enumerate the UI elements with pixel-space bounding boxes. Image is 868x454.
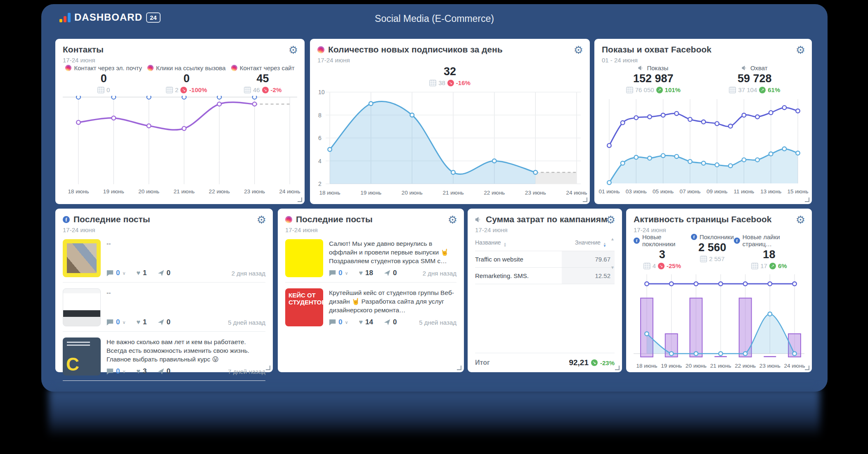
calendar-icon — [751, 263, 758, 269]
x-axis-tick: 15 июнь — [788, 188, 809, 195]
likes-stat: ♥1 — [137, 269, 147, 277]
widget-title: Активность страницы Facebook — [634, 214, 772, 224]
metric-email-contact: Контакт через эл. почту 0 0 — [65, 64, 142, 93]
metric-delta: -25% — [667, 262, 681, 269]
x-axis-tick: 19 июнь — [360, 190, 381, 196]
comments-stat[interactable]: 0∨ — [329, 269, 348, 277]
x-axis-labels: 01 июнь03 июнь05 июнь07 июнь09 июнь11 ию… — [602, 188, 804, 197]
x-axis-tick: 22 июнь — [209, 188, 230, 195]
x-axis-tick: 20 июнь — [402, 190, 423, 196]
gear-icon[interactable]: ⚙ — [796, 45, 805, 55]
gear-icon[interactable]: ⚙ — [257, 214, 266, 225]
comments-stat[interactable]: 0∨ — [106, 318, 126, 326]
gear-icon[interactable]: ⚙ — [606, 214, 615, 225]
column-header-name[interactable]: Название▲▼ — [475, 239, 506, 247]
column-header-value[interactable]: Значение▲▼ — [575, 239, 606, 247]
metric-value: 2 560 — [698, 241, 726, 254]
comment-icon — [106, 270, 114, 276]
post-thumbnail[interactable] — [63, 239, 101, 277]
resize-handle[interactable] — [805, 197, 809, 202]
resize-handle[interactable] — [583, 197, 587, 202]
resize-handle[interactable] — [615, 366, 620, 370]
metric-previous: 37 104 — [738, 86, 757, 93]
x-axis-tick: 18 июнь — [68, 188, 89, 195]
metrics-row: Контакт через эл. почту 0 0 Клики на ссы… — [63, 64, 297, 93]
post-item: Не важно сколько вам лет и кем вы работа… — [63, 332, 265, 381]
metric-label: Показы — [647, 64, 668, 71]
x-axis-tick: 23 июнь — [759, 363, 780, 369]
gear-icon[interactable]: ⚙ — [574, 45, 583, 55]
post-thumbnail[interactable] — [63, 288, 101, 326]
trend-down-badge: ↘ — [591, 359, 598, 366]
likes-count: 14 — [365, 318, 373, 326]
post-text: -- — [106, 288, 265, 297]
post-thumbnail[interactable] — [63, 338, 101, 376]
contacts-chart[interactable]: 18 июнь19 июнь20 июнь21 июнь22 июнь23 ию… — [63, 96, 297, 197]
shares-count: 0 — [167, 367, 170, 376]
gear-icon[interactable]: ⚙ — [289, 45, 298, 55]
gear-icon[interactable]: ⚙ — [796, 214, 805, 225]
likes-stat: ♥14 — [359, 318, 373, 326]
widget-title: Последние посты — [73, 214, 150, 224]
sort-icon[interactable]: ▲▼ — [603, 242, 606, 247]
comments-count: 0 — [338, 269, 342, 277]
gear-icon[interactable]: ⚙ — [448, 214, 457, 225]
x-axis-tick: 24 июнь — [279, 188, 300, 195]
post-thumbnail[interactable]: КЕЙС ОТ СТУДЕНТОВ — [285, 288, 323, 326]
widget-fb-reach: Показы и охват Facebook ⚙ 01 - 24 июня П… — [594, 39, 812, 204]
x-axis-tick: 24 июнь — [784, 363, 805, 369]
x-axis-labels: 18 июнь19 июнь20 июнь21 июнь22 июнь23 ию… — [634, 363, 804, 371]
date-range: 17-24 июня — [63, 57, 297, 64]
widget-title: Количество новых подписчиков за день — [328, 45, 503, 55]
comment-icon — [329, 319, 336, 326]
x-axis-tick: 21 июнь — [710, 363, 731, 369]
share-icon — [384, 270, 390, 276]
widget-title: Последние посты — [296, 214, 373, 224]
metric-delta: -100% — [189, 86, 207, 93]
post-text: Не важно сколько вам лет и кем вы работа… — [106, 338, 265, 364]
metric-fans: fПоклонники 2 560 2 557 — [691, 233, 734, 269]
fb-reach-chart[interactable]: 01 июнь03 июнь05 июнь07 июнь09 июнь11 ию… — [602, 96, 804, 197]
calendar-icon — [700, 256, 707, 262]
likes-stat: ♥1 — [137, 318, 147, 326]
resize-handle[interactable] — [457, 366, 461, 370]
calendar-icon — [97, 87, 104, 93]
x-axis-tick: 21 июнь — [174, 188, 195, 195]
chevron-down-icon[interactable]: ∨ — [122, 369, 125, 374]
chevron-down-icon[interactable]: ∨ — [345, 271, 348, 276]
svg-text:4: 4 — [318, 158, 322, 164]
resize-handle[interactable] — [298, 197, 302, 202]
megaphone-icon — [742, 65, 748, 71]
facebook-icon: f — [634, 238, 640, 244]
date-range: 17-24 июня — [285, 226, 456, 233]
chevron-down-icon[interactable]: ∨ — [345, 320, 348, 325]
widget-latest-posts-facebook: fПоследние посты ⚙ 17-24 июня -- 0∨ ♥1 0… — [55, 209, 273, 372]
date-range: 17-24 июня — [634, 226, 804, 233]
metric-label: Охват — [750, 64, 768, 71]
scroll-down-icon[interactable]: ▼ — [610, 265, 615, 270]
share-icon — [158, 368, 164, 375]
post-item: Салют! Мы уже давно вернулись в оффлайн … — [285, 233, 456, 283]
calendar-icon — [166, 87, 173, 93]
campaign-name: Remarketing. SMS. — [475, 268, 562, 284]
fb-activity-chart[interactable]: 18 июнь19 июнь20 июнь21 июнь22 июнь23 ию… — [634, 272, 804, 371]
facebook-icon: f — [63, 216, 70, 223]
comments-stat[interactable]: 0∨ — [106, 367, 126, 376]
comments-stat[interactable]: 0∨ — [106, 269, 126, 277]
x-axis-tick: 23 июнь — [244, 188, 265, 195]
resize-handle[interactable] — [805, 366, 809, 370]
x-axis-tick: 05 июнь — [653, 188, 674, 195]
post-thumbnail[interactable] — [285, 239, 323, 277]
sort-icon[interactable]: ▲▼ — [504, 242, 507, 247]
scroll-up-icon[interactable]: ▲ — [610, 237, 615, 241]
facebook-icon: f — [734, 238, 740, 244]
resize-handle[interactable] — [266, 366, 270, 370]
subscribers-chart[interactable]: 108642 18 июнь19 июнь20 июнь21 июнь22 ию… — [317, 89, 582, 198]
x-axis-tick: 19 июнь — [103, 188, 124, 195]
comments-stat[interactable]: 0∨ — [329, 318, 348, 326]
chevron-down-icon[interactable]: ∨ — [122, 320, 125, 325]
chevron-down-icon[interactable]: ∨ — [122, 271, 125, 276]
metric-label: Контакт через сайт — [240, 64, 295, 71]
share-icon — [384, 319, 390, 326]
trend-down-badge: ↘ — [180, 87, 187, 93]
